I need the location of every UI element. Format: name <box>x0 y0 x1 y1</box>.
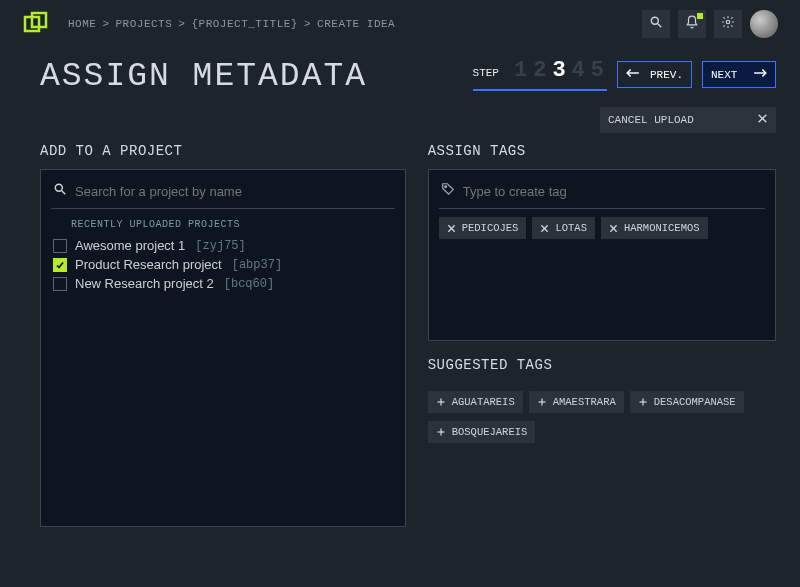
header-row: ASSIGN METADATA STEP 1 2 3 4 5 PREV. NEX… <box>0 44 800 107</box>
search-button[interactable] <box>642 10 670 38</box>
page-title: ASSIGN METADATA <box>40 58 367 95</box>
prev-button[interactable]: PREV. <box>617 61 692 88</box>
checkbox[interactable] <box>53 258 67 272</box>
cancel-upload-button[interactable]: CANCEL UPLOAD <box>600 107 776 133</box>
step-label: STEP <box>473 67 499 79</box>
suggested-tag-chip[interactable]: AGUATAREIS <box>428 391 523 413</box>
tag-label: LOTAS <box>555 222 587 234</box>
plus-icon <box>638 397 648 407</box>
add-to-project-heading: ADD TO A PROJECT <box>40 143 406 159</box>
tags-panel: PEDICOJESLOTASHARMONICEMOS <box>428 169 776 341</box>
project-search-input[interactable] <box>75 184 393 199</box>
logo-wrap: HOME > PROJECTS > {PROJECT_TITLE} > CREA… <box>22 10 395 38</box>
breadcrumb-item[interactable]: PROJECTS <box>116 18 173 30</box>
recent-projects-heading: RECENTLY UPLOADED PROJECTS <box>71 219 395 230</box>
gear-icon <box>721 15 735 33</box>
next-label: NEXT <box>711 69 737 81</box>
arrow-left-icon <box>626 68 640 81</box>
project-item[interactable]: Product Research project[abp37] <box>51 255 395 274</box>
prev-label: PREV. <box>650 69 683 81</box>
project-code: [bcq60] <box>224 277 274 291</box>
checkbox[interactable] <box>53 239 67 253</box>
step-nav: STEP 1 2 3 4 5 PREV. NEXT <box>473 58 776 91</box>
suggested-tag-chip[interactable]: DESACOMPANASE <box>630 391 744 413</box>
avatar[interactable] <box>750 10 778 38</box>
step-number: 4 <box>572 58 585 83</box>
suggested-tag-label: DESACOMPANASE <box>654 396 736 408</box>
next-button[interactable]: NEXT <box>702 61 776 88</box>
arrow-right-icon <box>753 68 767 81</box>
notifications-button[interactable] <box>678 10 706 38</box>
project-search-row <box>51 178 395 209</box>
main-columns: ADD TO A PROJECT RECENTLY UPLOADED PROJE… <box>0 143 800 551</box>
tag-chip[interactable]: HARMONICEMOS <box>601 217 708 239</box>
suggested-tag-label: BOSQUEJAREIS <box>452 426 528 438</box>
breadcrumb-item: CREATE IDEA <box>317 18 395 30</box>
tag-chip[interactable]: PEDICOJES <box>439 217 527 239</box>
svg-point-11 <box>444 186 446 188</box>
breadcrumb: HOME > PROJECTS > {PROJECT_TITLE} > CREA… <box>68 18 395 30</box>
step-number: 2 <box>533 58 546 83</box>
step-number: 5 <box>591 58 604 83</box>
logo-icon[interactable] <box>22 10 50 38</box>
svg-line-10 <box>62 191 66 195</box>
suggested-tags-list: AGUATAREISAMAESTRARADESACOMPANASEBOSQUEJ… <box>428 383 776 443</box>
tag-icon <box>441 182 455 200</box>
suggested-tag-label: AGUATAREIS <box>452 396 515 408</box>
svg-point-2 <box>651 17 658 24</box>
project-item[interactable]: Awesome project 1[zyj75] <box>51 236 395 255</box>
suggested-tags-heading: SUGGESTED TAGS <box>428 357 776 373</box>
projects-list: Awesome project 1[zyj75]Product Research… <box>51 236 395 293</box>
topbar: HOME > PROJECTS > {PROJECT_TITLE} > CREA… <box>0 0 800 44</box>
project-code: [zyj75] <box>195 239 245 253</box>
tag-input[interactable] <box>463 184 763 199</box>
svg-line-3 <box>658 24 662 28</box>
plus-icon <box>436 397 446 407</box>
settings-button[interactable] <box>714 10 742 38</box>
search-icon <box>649 15 663 33</box>
suggested-tag-chip[interactable]: BOSQUEJAREIS <box>428 421 536 443</box>
tag-chip[interactable]: LOTAS <box>532 217 595 239</box>
assign-tags-column: ASSIGN TAGS PEDICOJESLOTASHARMONICEMOS S… <box>428 143 776 527</box>
breadcrumb-item[interactable]: HOME <box>68 18 96 30</box>
close-icon <box>757 113 768 127</box>
cancel-bar: CANCEL UPLOAD <box>0 107 800 143</box>
project-name: Awesome project 1 <box>75 238 185 253</box>
step-number: 1 <box>514 58 527 83</box>
project-code: [abp37] <box>232 258 282 272</box>
close-icon <box>447 224 456 233</box>
stepper: STEP 1 2 3 4 5 <box>473 58 607 91</box>
step-number-current: 3 <box>552 58 565 83</box>
svg-point-9 <box>55 184 62 191</box>
assigned-tags-list: PEDICOJESLOTASHARMONICEMOS <box>439 209 765 239</box>
add-to-project-column: ADD TO A PROJECT RECENTLY UPLOADED PROJE… <box>40 143 406 527</box>
plus-icon <box>436 427 446 437</box>
plus-icon <box>537 397 547 407</box>
close-icon <box>609 224 618 233</box>
search-icon <box>53 182 67 200</box>
top-right <box>642 10 778 38</box>
assign-tags-heading: ASSIGN TAGS <box>428 143 776 159</box>
suggested-tags-block: SUGGESTED TAGS AGUATAREISAMAESTRARADESAC… <box>428 357 776 443</box>
checkbox[interactable] <box>53 277 67 291</box>
svg-point-4 <box>726 20 730 24</box>
project-name: New Research project 2 <box>75 276 214 291</box>
suggested-tag-label: AMAESTRARA <box>553 396 616 408</box>
tag-label: PEDICOJES <box>462 222 519 234</box>
suggested-tag-chip[interactable]: AMAESTRARA <box>529 391 624 413</box>
project-item[interactable]: New Research project 2[bcq60] <box>51 274 395 293</box>
cancel-upload-label: CANCEL UPLOAD <box>608 114 694 126</box>
close-icon <box>540 224 549 233</box>
notification-dot-icon <box>697 13 703 19</box>
tag-input-row <box>439 178 765 209</box>
project-name: Product Research project <box>75 257 222 272</box>
tag-label: HARMONICEMOS <box>624 222 700 234</box>
breadcrumb-item[interactable]: {PROJECT_TITLE} <box>191 18 298 30</box>
project-panel: RECENTLY UPLOADED PROJECTS Awesome proje… <box>40 169 406 527</box>
